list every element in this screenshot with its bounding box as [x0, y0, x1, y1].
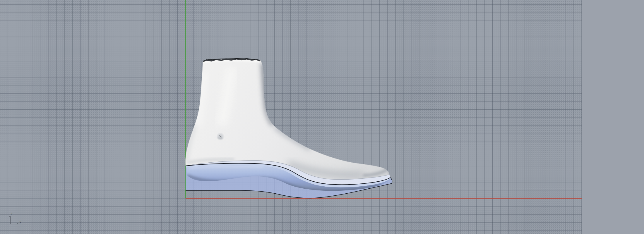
- shoe-last-model[interactable]: [186, 58, 392, 198]
- viewport-canvas[interactable]: Z y: [0, 0, 644, 234]
- ankle-dimple: [216, 133, 225, 141]
- last-body[interactable]: [186, 58, 390, 180]
- axis-indicator: Z y: [9, 212, 21, 224]
- axis-z-label: Z: [11, 212, 13, 216]
- cad-viewport[interactable]: Z y: [0, 0, 644, 234]
- axis-y-label: y: [20, 220, 21, 223]
- last-silhouette[interactable]: [186, 59, 389, 180]
